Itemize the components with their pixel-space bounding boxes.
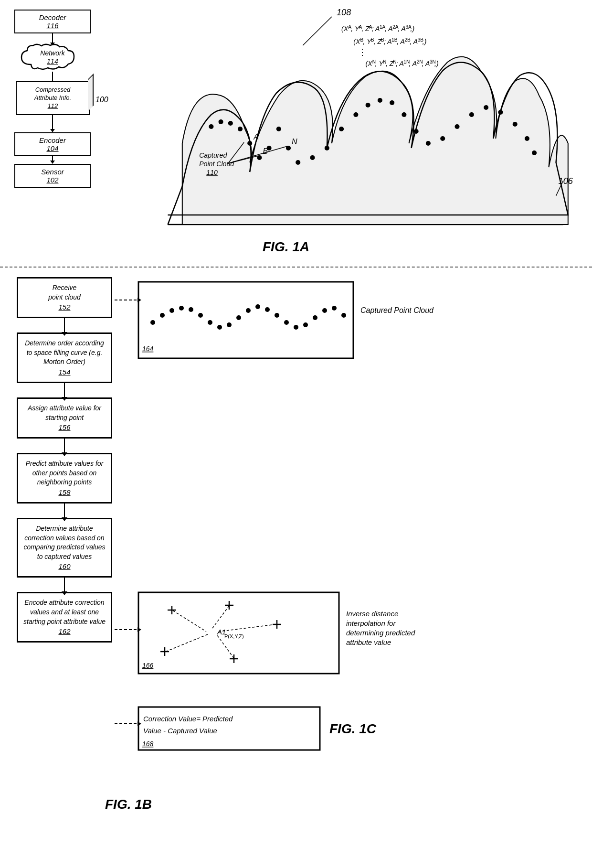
svg-point-5 (247, 141, 252, 146)
sensor-ref: 102 (19, 176, 86, 184)
svg-point-97 (284, 320, 289, 325)
step6-ref: 162 (22, 626, 107, 636)
step5-ref: 160 (22, 561, 107, 571)
svg-text:106: 106 (559, 176, 573, 186)
svg-point-87 (189, 307, 193, 312)
network-text: Network 114 (40, 49, 64, 65)
svg-marker-138 (137, 721, 141, 726)
svg-point-95 (265, 307, 270, 312)
svg-point-24 (484, 105, 488, 110)
svg-point-89 (208, 320, 212, 325)
svg-line-32 (303, 17, 332, 45)
svg-point-99 (303, 322, 308, 327)
svg-point-92 (236, 315, 241, 320)
step5-text: Determine attributecorrection values bas… (23, 525, 105, 560)
svg-text:(X: (X (366, 60, 373, 67)
svg-point-22 (455, 124, 459, 129)
svg-point-2 (219, 119, 223, 124)
fig1a-section: Decoder 116 Network 114 CompressedAttrib… (0, 0, 592, 268)
step1-ref: 152 (22, 302, 107, 312)
svg-text:; A: ; A (396, 60, 404, 67)
svg-point-23 (469, 112, 474, 117)
arrow-2-3 (64, 383, 65, 397)
step2-box: Determine order accordingto space fillin… (17, 332, 112, 383)
arrow-3-4 (64, 439, 65, 453)
svg-line-120 (212, 606, 229, 628)
svg-text:P(X,Y,Z): P(X,Y,Z) (224, 633, 244, 639)
fig1b-label: FIG. 1B (105, 797, 152, 812)
svg-point-96 (275, 313, 279, 318)
sensor-label: Sensor (41, 168, 64, 176)
svg-point-85 (169, 308, 174, 313)
svg-point-12 (325, 146, 329, 150)
svg-point-90 (217, 325, 222, 330)
svg-text:Captured Point Cloud: Captured Point Cloud (360, 306, 434, 314)
svg-text:; A: ; A (384, 38, 392, 45)
svg-text:, A: , A (410, 38, 418, 45)
svg-point-18 (402, 112, 406, 117)
svg-point-28 (532, 150, 537, 155)
compressed-box: CompressedAttribute Info. 112 (16, 81, 90, 115)
step1-box: Receivepoint cloud 152 (17, 277, 112, 318)
svg-point-1 (209, 124, 213, 129)
svg-text:166: 166 (142, 662, 154, 669)
svg-text:FIG. 1C: FIG. 1C (329, 721, 377, 736)
arrow-network-to-compressed (52, 72, 53, 81)
svg-point-27 (525, 136, 529, 141)
decoder-box: Decoder 116 (14, 10, 91, 33)
svg-point-21 (440, 136, 445, 141)
svg-point-17 (390, 100, 394, 105)
svg-point-14 (353, 112, 358, 117)
svg-point-15 (366, 103, 370, 107)
svg-text:Inverse distance: Inverse distance (346, 610, 398, 618)
svg-text:, A: , A (422, 60, 430, 67)
svg-text:; A: ; A (372, 25, 380, 32)
fig1a-label: FIG. 1A (263, 239, 309, 255)
arrow-4-5 (64, 504, 65, 518)
sensor-box: Sensor 102 (14, 164, 91, 188)
step4-text: Predict attribute values forother points… (26, 460, 104, 486)
svg-text:(X: (X (341, 25, 349, 32)
svg-point-103 (341, 313, 346, 318)
arrow-1-2 (64, 318, 65, 332)
step3-box: Assign attribute value forstarting point… (17, 397, 112, 439)
step2-text: Determine order accordingto space fillin… (25, 339, 104, 365)
svg-line-123 (217, 635, 234, 658)
step1-text: Receivepoint cloud (48, 284, 81, 301)
svg-point-86 (179, 306, 184, 311)
step5-item: Determine attributecorrection values bas… (14, 518, 115, 592)
svg-text:A: A (253, 132, 259, 141)
svg-rect-82 (138, 282, 353, 358)
compressed-ref: 112 (47, 102, 58, 109)
decoder-ref: 116 (19, 21, 86, 30)
svg-point-100 (313, 315, 317, 320)
svg-point-26 (513, 122, 518, 127)
svg-point-91 (227, 322, 232, 327)
svg-text:Value - Captured Value: Value - Captured Value (143, 727, 217, 735)
step4-box: Predict attribute values forother points… (17, 453, 112, 504)
svg-text:168: 168 (142, 740, 154, 748)
network-ref: 114 (47, 57, 58, 65)
svg-line-122 (166, 634, 208, 652)
svg-text:(X: (X (353, 38, 360, 45)
svg-point-84 (160, 313, 165, 318)
svg-text:A1: A1 (217, 628, 226, 636)
svg-text:Correction Value= Predicted: Correction Value= Predicted (143, 715, 233, 723)
svg-text:, A: , A (398, 25, 406, 32)
step1-item: Receivepoint cloud 152 (14, 277, 115, 332)
svg-text:,): ,) (411, 25, 415, 32)
svg-point-101 (322, 308, 327, 313)
flowchart: Receivepoint cloud 152 Determine order a… (14, 277, 115, 643)
svg-point-16 (378, 98, 382, 103)
svg-text:, A: , A (385, 25, 393, 32)
svg-point-88 (198, 313, 203, 318)
svg-point-3 (228, 121, 233, 126)
svg-text:interpolation for: interpolation for (346, 619, 396, 627)
svg-marker-107 (137, 298, 141, 302)
step6-item: Encode attribute correctionvalues and at… (14, 592, 115, 643)
arrow-encoder-to-sensor (52, 156, 53, 161)
step2-ref: 154 (22, 367, 107, 377)
svg-text:, A: , A (397, 38, 405, 45)
svg-text:, A: , A (409, 60, 417, 67)
network-cloud: Network 114 (17, 43, 88, 72)
